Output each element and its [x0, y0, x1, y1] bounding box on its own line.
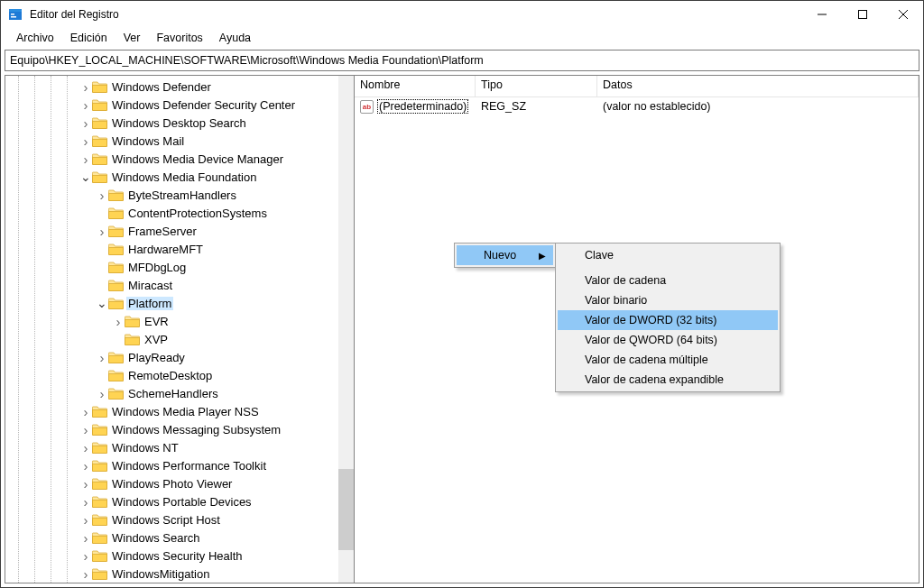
tree-pane: ›Windows Defender›Windows Defender Secur…: [5, 75, 355, 583]
folder-icon: [92, 152, 107, 165]
tree-node[interactable]: ›Windows Media Player NSS: [5, 402, 338, 420]
tree-node-label: HardwareMFT: [126, 243, 205, 256]
folder-icon: [92, 405, 107, 418]
expand-icon[interactable]: ›: [79, 458, 92, 473]
tree-node-label: RemoteDesktop: [126, 369, 214, 382]
tree-node-label: Windows Portable Devices: [110, 495, 254, 509]
folder-icon: [92, 513, 107, 526]
tree-node[interactable]: MFDbgLog: [5, 258, 338, 276]
expand-icon[interactable]: ›: [79, 79, 92, 95]
tree-node-label: PlayReady: [126, 351, 187, 364]
tree-node[interactable]: ›PlayReady: [5, 348, 338, 366]
ctx-dword[interactable]: Valor de DWORD (32 bits): [558, 310, 778, 330]
tree-node-label: Windows Defender Security Center: [110, 98, 297, 112]
tree-node[interactable]: ›Windows Performance Toolkit: [5, 456, 338, 474]
menu-file[interactable]: Archivo: [8, 30, 62, 46]
col-name-header[interactable]: Nombre: [355, 76, 476, 96]
tree-node[interactable]: ›Windows Search: [5, 528, 338, 547]
collapse-icon[interactable]: ⌄: [79, 170, 92, 184]
expand-icon[interactable]: ›: [79, 133, 92, 149]
ctx-key[interactable]: Clave: [558, 245, 778, 265]
tree-scrollbar-thumb[interactable]: [338, 469, 354, 550]
tree-node[interactable]: ›Windows Defender: [5, 78, 338, 96]
tree-node-label: ContentProtectionSystems: [126, 207, 269, 220]
tree-node[interactable]: Miracast: [5, 276, 338, 294]
tree-node[interactable]: ⌄Platform: [5, 294, 338, 312]
expand-icon[interactable]: ›: [96, 350, 108, 365]
expand-icon[interactable]: ›: [112, 314, 125, 329]
ctx-new[interactable]: Nuevo ▶: [457, 245, 553, 265]
expand-icon[interactable]: ›: [79, 530, 92, 546]
ctx-binary[interactable]: Valor binario: [558, 290, 778, 310]
ctx-new-label: Nuevo: [484, 249, 516, 262]
tree-scrollbar[interactable]: [338, 76, 354, 583]
expand-icon[interactable]: ›: [96, 386, 108, 401]
expand-icon[interactable]: ›: [79, 422, 92, 437]
tree-node[interactable]: ›ByteStreamHandlers: [5, 186, 338, 204]
expand-icon[interactable]: ›: [79, 494, 92, 510]
ctx-multistring[interactable]: Valor de cadena múltiple: [558, 350, 778, 370]
tree-node[interactable]: XVP: [5, 330, 338, 348]
tree-node[interactable]: ›Windows Script Host: [5, 510, 338, 528]
tree-node[interactable]: RemoteDesktop: [5, 366, 338, 384]
tree-node[interactable]: ›FrameServer: [5, 222, 338, 240]
folder-icon: [108, 387, 124, 400]
tree-node-label: Windows NT: [110, 441, 180, 455]
tree-node[interactable]: ›Windows Messaging Subsystem: [5, 420, 338, 438]
expand-icon[interactable]: ›: [79, 566, 92, 582]
expand-icon[interactable]: ›: [79, 97, 92, 113]
tree-node[interactable]: ›WindowsMitigation: [5, 565, 338, 583]
tree-node[interactable]: ›EVR: [5, 312, 338, 330]
tree-node[interactable]: ›Windows Defender Security Center: [5, 96, 338, 114]
tree-node[interactable]: ›Windows NT: [5, 438, 338, 456]
minimize-button[interactable]: [801, 1, 842, 28]
svg-rect-2: [11, 14, 14, 15]
maximize-button[interactable]: [842, 1, 882, 28]
folder-icon: [108, 207, 124, 219]
tree-node[interactable]: ›Windows Portable Devices: [5, 492, 338, 510]
tree-node[interactable]: ›Windows Photo Viewer: [5, 474, 338, 492]
tree-node-label: Windows Photo Viewer: [110, 477, 234, 491]
tree-node[interactable]: ⌄Windows Media Foundation: [5, 168, 338, 186]
list-row[interactable]: ab (Predeterminado) REG_SZ (valor no est…: [355, 97, 919, 115]
expand-icon[interactable]: ›: [79, 548, 92, 564]
expand-icon[interactable]: ›: [79, 404, 92, 419]
menu-favorites[interactable]: Favoritos: [148, 30, 210, 46]
folder-icon: [92, 531, 107, 544]
col-type-header[interactable]: Tipo: [476, 76, 597, 96]
ctx-qword[interactable]: Valor de QWORD (64 bits): [558, 330, 778, 350]
menu-edit[interactable]: Edición: [62, 30, 116, 46]
tree-node[interactable]: ›Windows Mail: [5, 132, 338, 150]
expand-icon[interactable]: ›: [79, 440, 92, 455]
tree-node-label: Windows Media Device Manager: [110, 152, 285, 166]
folder-icon: [92, 116, 107, 129]
expand-icon[interactable]: ›: [79, 115, 92, 131]
tree-node-label: Windows Performance Toolkit: [110, 459, 268, 473]
col-data-header[interactable]: Datos: [597, 76, 919, 96]
tree-node-label: Platform: [126, 297, 173, 310]
ctx-string[interactable]: Valor de cadena: [558, 271, 778, 290]
expand-icon[interactable]: ›: [96, 188, 108, 203]
svg-rect-5: [858, 11, 866, 19]
folder-icon: [125, 315, 140, 327]
tree-node[interactable]: HardwareMFT: [5, 240, 338, 258]
ctx-expandstring[interactable]: Valor de cadena expandible: [558, 370, 778, 390]
expand-icon[interactable]: ›: [96, 224, 108, 239]
close-button[interactable]: [882, 1, 923, 28]
expand-icon[interactable]: ›: [79, 152, 92, 167]
value-data: (valor no establecido): [597, 100, 919, 113]
folder-icon: [92, 423, 107, 436]
folder-icon: [92, 134, 107, 147]
tree-node[interactable]: ›Windows Desktop Search: [5, 114, 338, 132]
tree-node[interactable]: ›Windows Security Health: [5, 547, 338, 565]
expand-icon[interactable]: ›: [79, 476, 92, 492]
folder-icon: [108, 261, 124, 273]
menu-view[interactable]: Ver: [116, 30, 149, 46]
collapse-icon[interactable]: ⌄: [96, 296, 108, 310]
tree-node[interactable]: ›Windows Media Device Manager: [5, 150, 338, 168]
menu-help[interactable]: Ayuda: [211, 30, 259, 46]
tree-node[interactable]: ›SchemeHandlers: [5, 384, 338, 402]
expand-icon[interactable]: ›: [79, 512, 92, 528]
tree-node[interactable]: ContentProtectionSystems: [5, 204, 338, 222]
address-bar[interactable]: Equipo\HKEY_LOCAL_MACHINE\SOFTWARE\Micro…: [5, 50, 919, 71]
